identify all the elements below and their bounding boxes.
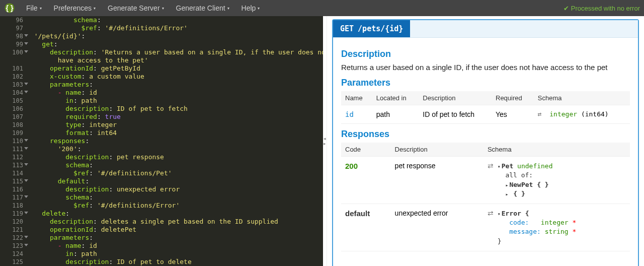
col-header: Code [341,143,391,157]
swap-icon[interactable]: ⇄ [488,209,494,217]
swap-icon[interactable]: ⇄ [488,162,494,170]
responses-table: CodeDescriptionSchema 200pet response⇄ ▾… [341,143,630,251]
code-line[interactable]: in: path [26,250,323,258]
code-line[interactable]: $ref: '#/definitions/Pet' [26,169,323,177]
caret-down-icon: ▾ [94,6,96,11]
col-header: Schema [484,143,630,157]
code-line[interactable]: required: true [26,113,323,121]
code-line[interactable]: description: 'Returns a user based on a … [26,48,323,56]
code-line[interactable]: - name: id [26,89,323,97]
code-line[interactable]: $ref: '#/definitions/Error' [26,202,323,210]
table-row: 200pet response⇄ ▾Pet undefined all of: … [341,157,630,204]
code-line[interactable]: description: ID of pet to delete [26,258,323,266]
code-line[interactable]: schema: [26,16,323,24]
col-header: Located in [372,91,419,105]
col-header: Name [341,91,372,105]
col-header: Description [419,91,492,105]
code-line[interactable]: in: path [26,97,323,105]
code-line[interactable]: description: ID of pet to fetch [26,105,323,113]
section-responses: Responses [341,129,630,140]
http-path: /pets/{id} [358,24,403,33]
code-line[interactable]: schema: [26,161,323,169]
menu-generate-client[interactable]: Generate Client ▾ [170,0,235,16]
param-in: path [372,105,419,124]
response-code: 200 [341,157,391,204]
menu-generate-server[interactable]: Generate Server ▾ [102,0,170,16]
col-header: Required [492,91,534,105]
code-line[interactable]: get: [26,40,323,48]
code-line[interactable]: default: [26,177,323,185]
chevron-left-icon: ◂ [324,136,326,141]
table-row: idpathID of pet to fetchYes⇄ integer (in… [341,105,630,124]
code-line[interactable]: - name: id [26,242,323,250]
response-schema: ⇄ ▾Pet undefined all of: ▸NewPet { } ▸ {… [484,157,630,204]
docs-panel: GET/pets/{id} Description Returns a user… [327,16,644,266]
caret-down-icon: ▾ [227,6,229,11]
code-line[interactable]: type: integer [26,121,323,129]
code-line[interactable]: $ref: '#/definitions/Error' [26,24,323,32]
code-line[interactable]: schema: [26,193,323,202]
code-editor[interactable]: 9697989910010110210310410510610710810911… [0,16,323,266]
operation-badge: GET/pets/{id} [333,20,410,37]
response-code: default [341,204,391,251]
description-text: Returns a user based on a single ID, if … [341,62,630,73]
param-name: id [341,105,372,124]
code-line[interactable]: '200': [26,145,323,153]
code-line[interactable]: description: pet response [26,153,323,161]
menubar: { } File ▾Preferences ▾Generate Server ▾… [0,0,644,16]
param-schema: ⇄ integer (int64) [534,105,630,124]
code-line[interactable]: description: unexpected error [26,185,323,193]
http-method: GET [340,24,354,33]
app-logo: { } [4,3,15,14]
code-line[interactable]: operationId: deletePet [26,226,323,234]
menu-help[interactable]: Help ▾ [235,0,266,16]
code-line[interactable]: responses: [26,137,323,145]
swap-icon[interactable]: ⇄ [538,110,542,118]
code-line[interactable]: format: int64 [26,129,323,137]
section-description: Description [341,49,630,59]
chevron-right-icon: ▸ [324,141,326,146]
check-icon: ✔ [564,5,569,12]
response-desc: unexpected error [391,204,484,251]
menu-preferences[interactable]: Preferences ▾ [48,0,102,16]
code-line[interactable]: have access to the pet' [26,56,323,64]
response-desc: pet response [391,157,484,204]
code-line[interactable]: delete: [26,210,323,218]
caret-down-icon: ▾ [162,6,164,11]
table-row: defaultunexpected error⇄ ▾Error { code: … [341,204,630,251]
code-line[interactable]: '/pets/{id}': [26,32,323,40]
code-line[interactable]: parameters: [26,234,323,242]
caret-down-icon: ▾ [40,6,42,11]
split-handle[interactable]: ◂ ▸ [323,16,327,266]
operation-header: GET/pets/{id} [333,20,638,38]
code-line[interactable]: operationId: getPetById [26,64,323,73]
caret-down-icon: ▾ [258,6,260,11]
col-header: Schema [534,91,630,105]
code-line[interactable]: parameters: [26,81,323,89]
code-line[interactable]: x-custom: a custom value [26,73,323,81]
response-schema: ⇄ ▾Error { code: integer * message: stri… [484,204,630,251]
param-desc: ID of pet to fetch [419,105,492,124]
section-parameters: Parameters [341,78,630,88]
code-line[interactable]: description: deletes a single pet based … [26,218,323,226]
menu-file[interactable]: File ▾ [20,0,48,16]
status-message: ✔ Processed with no error [564,5,640,12]
param-required: Yes [492,105,534,124]
parameters-table: NameLocated inDescriptionRequiredSchema … [341,91,630,124]
col-header: Description [391,143,484,157]
